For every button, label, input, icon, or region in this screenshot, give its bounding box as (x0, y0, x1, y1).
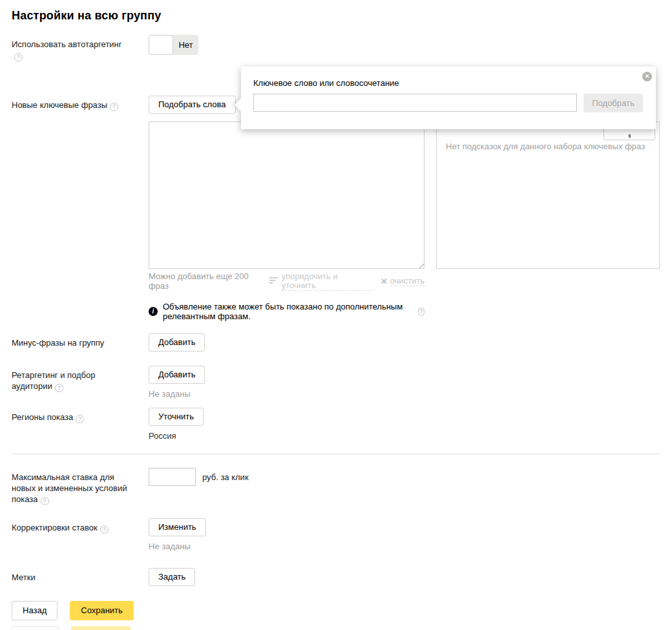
autotargeting-toggle[interactable]: Нет (149, 35, 198, 55)
row-keywords: Новые ключевые фразы? Подобрать слова Мо… (12, 96, 660, 321)
help-icon[interactable]: ? (55, 384, 63, 392)
info-icon: i (149, 307, 158, 316)
minus-phrases-add-button[interactable]: Добавить (149, 333, 205, 352)
keywords-textarea[interactable] (149, 121, 425, 269)
relevant-phrases-note: Объявление также может быть показано по … (163, 302, 415, 321)
bid-adjustments-change-button[interactable]: Изменить (149, 518, 206, 536)
cutoff-save-button (71, 626, 131, 630)
tags-set-button[interactable]: Задать (149, 568, 195, 586)
help-icon[interactable]: ? (100, 525, 109, 534)
row-regions: Регионы показа? Уточнить Россия (12, 408, 660, 441)
cutoff-back-button (12, 626, 59, 630)
row-autotargeting: Использовать автотаргетинг? Нет (12, 35, 660, 61)
retargeting-status: Не заданы (149, 389, 660, 399)
help-icon[interactable]: ? (76, 415, 84, 423)
tags-label: Метки (12, 572, 36, 583)
clear-x-icon[interactable]: ✕ (381, 277, 388, 286)
keywords-hint: Можно добавить еще 200 фраз (149, 271, 269, 291)
toggle-knob[interactable] (149, 35, 173, 55)
retargeting-label: Ретаргетинг и подбор аудитории? (12, 370, 129, 392)
section-divider (12, 454, 660, 454)
row-max-bid: Максимальная ставка для новых и измененн… (12, 468, 660, 505)
autotargeting-label: Использовать автотаргетинг? (12, 39, 129, 61)
popup-label: Ключевое слово или словосочетание (253, 78, 643, 88)
row-tags: Метки Задать (12, 568, 660, 586)
save-button[interactable]: Сохранить (70, 601, 134, 620)
keywords-label: Новые ключевые фразы? (12, 100, 118, 111)
max-bid-label: Максимальная ставка для новых и измененн… (12, 472, 129, 505)
bid-adjustments-label: Корректировки ставок? (12, 522, 109, 534)
bid-adjustments-status: Не заданы (149, 541, 660, 551)
regions-refine-button[interactable]: Уточнить (149, 408, 204, 426)
order-refine-link[interactable]: упорядочить и уточнить (282, 272, 373, 291)
clear-link[interactable]: очистить (390, 277, 425, 286)
pick-words-button[interactable]: Подобрать слова (149, 96, 236, 114)
regions-value: Россия (149, 431, 660, 441)
max-bid-input[interactable] (149, 468, 196, 486)
keyword-picker-popup: ✕ Ключевое слово или словосочетание Подо… (241, 67, 656, 129)
row-bid-adjustments: Корректировки ставок? Изменить Не заданы (12, 518, 660, 551)
keyword-input[interactable] (253, 94, 577, 112)
row-minus-phrases: Минус-фразы на группу Добавить (12, 333, 660, 352)
back-button[interactable]: Назад (12, 601, 58, 620)
footer-actions: Назад Сохранить (12, 601, 134, 620)
close-icon[interactable]: ✕ (642, 72, 652, 81)
help-icon[interactable]: ? (41, 497, 49, 505)
help-icon[interactable]: ? (110, 103, 118, 111)
help-icon[interactable]: ? (418, 308, 425, 316)
suggestions-panel: Нет подсказок для данного набора ключевы… (436, 121, 660, 269)
sort-icon (269, 277, 278, 285)
retargeting-add-button[interactable]: Добавить (149, 366, 205, 384)
regions-label: Регионы показа? (12, 412, 84, 423)
minus-phrases-label: Минус-фразы на группу (12, 337, 104, 348)
popup-submit-button[interactable]: Подобрать (583, 94, 643, 112)
row-retargeting: Ретаргетинг и подбор аудитории? Добавить… (12, 366, 660, 399)
toggle-value: Нет (173, 35, 198, 55)
help-icon[interactable]: ? (14, 53, 23, 61)
group-settings-page: Настройки на всю группу Использовать авт… (0, 0, 672, 630)
max-bid-unit: руб. за клик (202, 472, 249, 482)
page-title: Настройки на всю группу (12, 9, 660, 23)
